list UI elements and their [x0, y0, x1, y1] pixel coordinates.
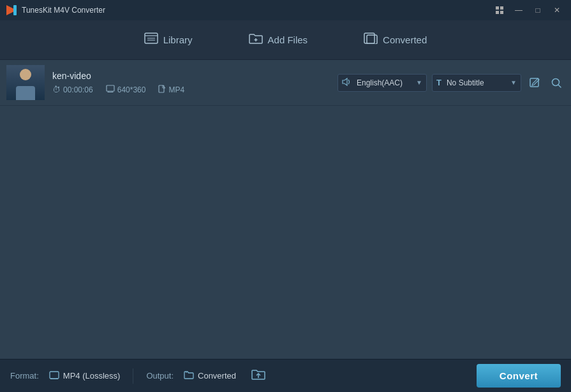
- duration-icon: ⏱: [52, 85, 61, 94]
- subtitle-dropdown[interactable]: T No Subtitle ▼: [432, 74, 521, 92]
- edit-button[interactable]: [526, 75, 543, 91]
- svg-rect-2: [496, 6, 499, 10]
- subtitle-dropdown-value: No Subtitle: [447, 78, 484, 87]
- svg-rect-14: [107, 85, 114, 91]
- audio-dropdown-arrow: ▼: [416, 79, 422, 86]
- grid-button[interactable]: [491, 4, 508, 17]
- converted-label: Converted: [383, 34, 427, 45]
- subtitle-dropdown-icon: T: [436, 78, 441, 87]
- navbar: Library Add Files Converted: [0, 20, 571, 60]
- search-button[interactable]: [548, 75, 565, 91]
- nav-library[interactable]: Library: [135, 29, 202, 51]
- nav-add-files[interactable]: Add Files: [240, 29, 317, 51]
- minimize-button[interactable]: —: [510, 4, 528, 17]
- svg-rect-13: [367, 35, 377, 44]
- separator: [133, 368, 133, 384]
- bottombar: Format: MP4 (Lossless) Output: Converted: [0, 359, 571, 392]
- audio-dropdown-value: English(AAC): [357, 78, 403, 87]
- app-logo-icon: [5, 4, 18, 17]
- library-icon: [144, 33, 158, 47]
- titlebar: TunesKit M4V Converter — □ ✕: [0, 0, 571, 20]
- video-thumbnail: [6, 65, 45, 100]
- svg-rect-18: [159, 85, 164, 92]
- add-files-icon: [249, 33, 263, 47]
- format-value: MP4 (Lossless): [49, 371, 121, 381]
- output-icon: [184, 370, 194, 381]
- output-label: Output:: [146, 371, 174, 381]
- format-icon: [158, 85, 166, 95]
- open-folder-button[interactable]: [246, 366, 271, 386]
- svg-rect-1: [13, 5, 17, 15]
- subtitle-dropdown-arrow: ▼: [510, 79, 517, 86]
- audio-dropdown-icon: [342, 78, 352, 88]
- video-row: ken-video ⏱ 00:00:06 640*360: [0, 60, 571, 106]
- library-label: Library: [163, 34, 193, 45]
- close-button[interactable]: ✕: [548, 4, 566, 17]
- format-label: Format:: [10, 371, 39, 381]
- video-duration: ⏱ 00:00:06: [52, 85, 93, 94]
- svg-rect-5: [500, 11, 503, 14]
- video-meta: ⏱ 00:00:06 640*360: [52, 85, 330, 95]
- video-resolution: 640*360: [106, 85, 146, 94]
- titlebar-left: TunesKit M4V Converter: [5, 4, 105, 17]
- app-title: TunesKit M4V Converter: [22, 6, 105, 15]
- convert-button[interactable]: Convert: [477, 364, 561, 388]
- content-area: ken-video ⏱ 00:00:06 640*360: [0, 60, 571, 359]
- video-format: MP4: [158, 85, 184, 95]
- converted-icon: [364, 33, 378, 47]
- svg-line-21: [558, 85, 561, 87]
- output-value: Converted: [184, 370, 236, 381]
- svg-rect-3: [500, 6, 503, 10]
- video-controls: English(AAC) ▼ T No Subtitle ▼: [337, 74, 565, 92]
- empty-area: [0, 106, 571, 359]
- svg-rect-22: [50, 372, 59, 379]
- add-files-label: Add Files: [268, 34, 308, 45]
- resolution-icon: [106, 85, 115, 94]
- svg-rect-4: [496, 11, 499, 14]
- format-bottom-icon: [49, 371, 59, 381]
- video-name: ken-video: [52, 71, 330, 81]
- svg-rect-19: [530, 78, 538, 87]
- audio-dropdown[interactable]: English(AAC) ▼: [337, 74, 427, 92]
- titlebar-controls: — □ ✕: [491, 4, 566, 17]
- maximize-button[interactable]: □: [529, 4, 547, 17]
- nav-converted[interactable]: Converted: [355, 29, 436, 51]
- video-info: ken-video ⏱ 00:00:06 640*360: [52, 71, 330, 95]
